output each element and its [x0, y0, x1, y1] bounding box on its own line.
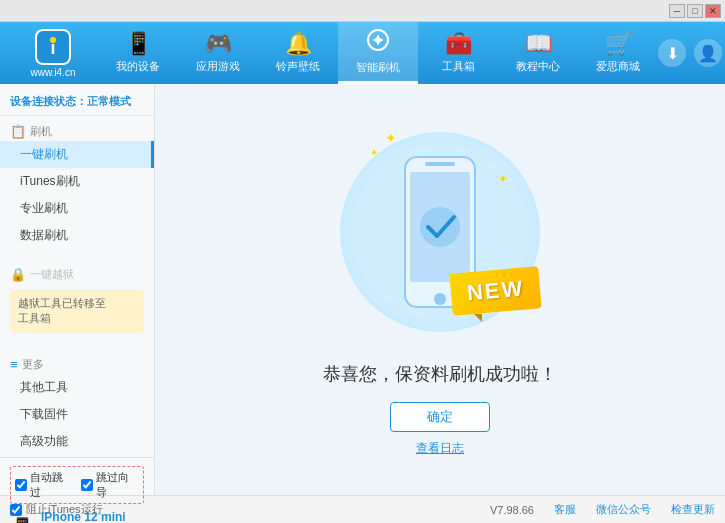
- auto-jump-checkbox[interactable]: 自动跳过: [15, 470, 73, 500]
- nav-item-ringtone[interactable]: 🔔 铃声壁纸: [258, 22, 338, 84]
- sparkle-1: ✦: [385, 130, 397, 146]
- nav-right: ⬇ 👤: [658, 39, 722, 67]
- toolbox-icon: 🧰: [445, 33, 472, 55]
- section-flash-title: 📋 刷机: [0, 122, 154, 141]
- itunes-checkbox[interactable]: [10, 504, 22, 516]
- minimize-button[interactable]: ─: [669, 4, 685, 18]
- app-game-icon: 🎮: [205, 33, 232, 55]
- svg-point-2: [50, 37, 56, 43]
- confirm-button[interactable]: 确定: [390, 402, 490, 432]
- sidebar-section-more: ≡ 更多 其他工具 下载固件 高级功能: [0, 349, 154, 457]
- bottom-bar-left: 阻止iTunes运行: [10, 502, 103, 517]
- check-update-link[interactable]: 检查更新: [671, 502, 715, 517]
- close-button[interactable]: ✕: [705, 4, 721, 18]
- smart-flash-icon: [366, 28, 390, 56]
- sidebar-section-flash: 📋 刷机 一键刷机 iTunes刷机 专业刷机 数据刷机: [0, 116, 154, 251]
- nav-item-toolbox[interactable]: 🧰 工具箱: [418, 22, 498, 84]
- svg-rect-7: [425, 162, 455, 166]
- ribbon-tail: [474, 314, 482, 322]
- nav-items: 📱 我的设备 🎮 应用游戏 🔔 铃声壁纸 智能刷机 🧰 工具箱: [98, 22, 658, 84]
- download-button[interactable]: ⬇: [658, 39, 686, 67]
- mall-icon: 🛒: [605, 33, 632, 55]
- svg-point-4: [375, 37, 381, 43]
- via-wizard-checkbox[interactable]: 跳过向导: [81, 470, 139, 500]
- sidebar: 设备连接状态：正常模式 📋 刷机 一键刷机 iTunes刷机 专业刷机 数据刷机: [0, 84, 155, 495]
- top-nav: i www.i4.cn 📱 我的设备 🎮 应用游戏 🔔 铃声壁纸: [0, 22, 725, 84]
- my-device-icon: 📱: [125, 33, 152, 55]
- sparkle-3: ✦: [498, 172, 508, 186]
- bottom-bar-right: V7.98.66 客服 微信公众号 检查更新: [490, 502, 715, 517]
- sparkle-2: ✦: [370, 147, 378, 158]
- title-bar-controls: ─ □ ✕: [669, 4, 721, 18]
- wechat-official-link[interactable]: 微信公众号: [596, 502, 651, 517]
- sidebar-item-data-flash[interactable]: 数据刷机: [0, 222, 154, 249]
- maximize-button[interactable]: □: [687, 4, 703, 18]
- nav-item-tutorial[interactable]: 📖 教程中心: [498, 22, 578, 84]
- device-checkboxes: 自动跳过 跳过向导: [10, 466, 144, 504]
- sidebar-item-advanced[interactable]: 高级功能: [0, 428, 154, 455]
- user-button[interactable]: 👤: [694, 39, 722, 67]
- sidebar-item-pro-flash[interactable]: 专业刷机: [0, 195, 154, 222]
- flash-section-icon: 📋: [10, 124, 26, 139]
- success-text: 恭喜您，保资料刷机成功啦！: [323, 362, 557, 386]
- customer-service-link[interactable]: 客服: [554, 502, 576, 517]
- ringtone-icon: 🔔: [285, 33, 312, 55]
- sidebar-item-download-fw[interactable]: 下载固件: [0, 401, 154, 428]
- status-bar: 设备连接状态：正常模式: [0, 88, 154, 116]
- tutorial-icon: 📖: [525, 33, 552, 55]
- logo-icon: i: [35, 29, 71, 65]
- sidebar-item-other-tools[interactable]: 其他工具: [0, 374, 154, 401]
- logo-text: www.i4.cn: [30, 67, 75, 78]
- jailbreak-lock-icon: 🔒: [10, 267, 26, 282]
- sidebar-item-one-click-flash[interactable]: 一键刷机: [0, 141, 154, 168]
- sidebar-item-itunes-flash[interactable]: iTunes刷机: [0, 168, 154, 195]
- sidebar-section-jailbreak: 🔒 一键越狱 越狱工具已转移至工具箱: [0, 259, 154, 341]
- nav-item-mall[interactable]: 🛒 爱思商城: [578, 22, 658, 84]
- logo-area: i www.i4.cn: [8, 29, 98, 78]
- main-layout: 设备连接状态：正常模式 📋 刷机 一键刷机 iTunes刷机 专业刷机 数据刷机: [0, 84, 725, 495]
- nav-item-my-device[interactable]: 📱 我的设备: [98, 22, 178, 84]
- section-more-title: ≡ 更多: [0, 355, 154, 374]
- new-badge: NEW: [449, 266, 542, 316]
- section-jailbreak-title: 🔒 一键越狱: [0, 265, 154, 284]
- more-section-icon: ≡: [10, 357, 18, 372]
- nav-item-smart-flash[interactable]: 智能刷机: [338, 22, 418, 84]
- title-bar: ─ □ ✕: [0, 0, 725, 22]
- svg-point-8: [434, 293, 446, 305]
- jailbreak-notice: 越狱工具已转移至工具箱: [10, 290, 144, 333]
- daily-link[interactable]: 查看日志: [416, 440, 464, 457]
- phone-illustration: ✦ ✦ ✦ NEW: [330, 122, 550, 342]
- nav-item-app-game[interactable]: 🎮 应用游戏: [178, 22, 258, 84]
- content-area: ✦ ✦ ✦ NEW 恭喜您，保资料刷机成功啦！ 确定 查看日志: [155, 84, 725, 495]
